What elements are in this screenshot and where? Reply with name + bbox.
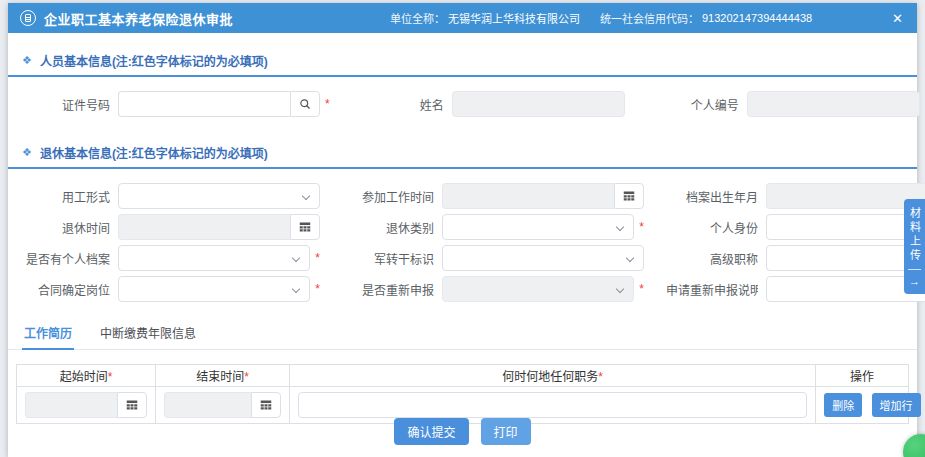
chevron-down-icon bbox=[302, 192, 310, 200]
tab-work-history[interactable]: 工作简历 bbox=[22, 318, 74, 350]
print-button[interactable]: 打印 bbox=[481, 418, 531, 445]
calendar-icon bbox=[126, 399, 138, 411]
military-cadre-flag-select[interactable] bbox=[442, 245, 644, 271]
retire-time-group bbox=[118, 214, 320, 240]
close-icon[interactable]: ✕ bbox=[892, 3, 903, 33]
personal-no-label: 个人编号 bbox=[647, 96, 739, 113]
side-tab-divider bbox=[908, 269, 921, 270]
arrow-right-icon: → bbox=[904, 274, 925, 288]
end-time-header-text: 结束时间 bbox=[196, 370, 244, 384]
document-circle-icon bbox=[20, 10, 36, 26]
start-time-header-text: 起始时间 bbox=[60, 370, 108, 384]
credit-code-value: 913202147394444438 bbox=[702, 12, 812, 24]
archive-birth-label: 档案出生年月 bbox=[666, 188, 758, 205]
add-row-button[interactable]: 增加行 bbox=[872, 393, 921, 417]
col-header-start-time: 起始时间* bbox=[17, 365, 156, 387]
row-end-time-calendar-button[interactable] bbox=[251, 392, 281, 418]
duty-header-text: 何时何地任何职务 bbox=[502, 370, 598, 384]
retire-basic-form: 用工形式 参加工作时间 档案出生年月 bbox=[8, 183, 917, 302]
field-redeclare-note: 申请重新申报说明 bbox=[666, 276, 925, 302]
row-duty-input[interactable] bbox=[298, 392, 807, 418]
duty-required-mark: * bbox=[598, 370, 603, 384]
cert-no-group bbox=[118, 91, 320, 117]
contract-post-label: 合同确定岗位 bbox=[18, 281, 110, 298]
has-personal-archive-label: 是否有个人档案 bbox=[18, 250, 110, 267]
window-title: 企业职工基本养老保险退休审批 bbox=[44, 9, 233, 28]
person-basic-form: 证件号码 * 姓名 个人编号 bbox=[8, 91, 917, 117]
end-time-required-mark: * bbox=[244, 370, 249, 384]
retire-category-select[interactable] bbox=[442, 214, 634, 240]
employment-type-select[interactable] bbox=[118, 183, 320, 209]
col-header-action: 操作 bbox=[816, 365, 909, 387]
redeclare-select bbox=[442, 276, 634, 302]
archive-birth-group bbox=[766, 183, 925, 209]
section-person-title: 人员基本信息(注:红色字体标记的为必填项) bbox=[40, 52, 268, 69]
row-end-time-group bbox=[164, 392, 281, 418]
retire-time-label: 退休时间 bbox=[18, 219, 110, 236]
retire-category-required-mark: * bbox=[639, 220, 644, 234]
unit-info: 单位全称： 无锡华润上华科技有限公司 统一社会信用代码： 91320214739… bbox=[390, 3, 812, 33]
title-bar: 企业职工基本养老保险退休审批 单位全称： 无锡华润上华科技有限公司 统一社会信用… bbox=[8, 3, 917, 33]
col-header-duty: 何时何地任何职务* bbox=[289, 365, 815, 387]
has-personal-archive-select[interactable] bbox=[118, 245, 310, 271]
unit-name-label: 单位全称： bbox=[390, 10, 445, 26]
chevron-down-icon bbox=[292, 254, 300, 262]
join-work-time-group bbox=[442, 183, 644, 209]
calendar-icon bbox=[299, 221, 311, 233]
join-work-time-label: 参加工作时间 bbox=[342, 188, 434, 205]
personal-identity-input[interactable] bbox=[766, 214, 925, 240]
name-input bbox=[452, 91, 625, 117]
retire-time-input bbox=[118, 214, 290, 240]
personal-no-input bbox=[747, 91, 920, 117]
name-label: 姓名 bbox=[352, 96, 444, 113]
field-personal-no: 个人编号 bbox=[647, 91, 920, 117]
field-contract-post: 合同确定岗位 * bbox=[18, 276, 320, 302]
cert-no-input[interactable] bbox=[118, 91, 290, 117]
delete-row-button[interactable]: 删除 bbox=[824, 393, 862, 417]
field-personal-identity: 个人身份 bbox=[666, 214, 925, 240]
field-retire-category: 退休类别 * bbox=[342, 214, 644, 240]
chevron-down-icon bbox=[626, 254, 634, 262]
field-name: 姓名 bbox=[352, 91, 625, 117]
credit-code-label: 统一社会信用代码： bbox=[600, 10, 699, 26]
redeclare-note-label: 申请重新申报说明 bbox=[666, 281, 758, 298]
contract-post-required-mark: * bbox=[315, 282, 320, 296]
redeclare-required-mark: * bbox=[639, 282, 644, 296]
join-work-time-calendar-button[interactable] bbox=[614, 183, 644, 209]
employment-type-label: 用工形式 bbox=[18, 188, 110, 205]
retire-time-calendar-button[interactable] bbox=[290, 214, 320, 240]
row-start-time-input bbox=[25, 392, 117, 418]
action-header-text: 操作 bbox=[850, 370, 874, 384]
redeclare-note-input[interactable] bbox=[766, 276, 925, 302]
senior-title-input[interactable] bbox=[766, 245, 925, 271]
field-cert-no: 证件号码 * bbox=[18, 91, 330, 117]
archive-birth-input bbox=[766, 183, 925, 209]
start-time-required-mark: * bbox=[108, 370, 113, 384]
col-header-end-time: 结束时间* bbox=[156, 365, 290, 387]
unit-name-value: 无锡华润上华科技有限公司 bbox=[448, 10, 580, 26]
field-employment-type: 用工形式 bbox=[18, 183, 320, 209]
field-retire-time: 退休时间 bbox=[18, 214, 320, 240]
join-work-time-input bbox=[442, 183, 614, 209]
military-cadre-flag-label: 军转干标识 bbox=[342, 250, 434, 267]
redeclare-label: 是否重新申报 bbox=[342, 281, 434, 298]
diamond-icon: ❖ bbox=[22, 146, 32, 159]
section-retire-title: 退休基本信息(注:红色字体标记的为必填项) bbox=[40, 144, 268, 161]
search-icon bbox=[299, 98, 311, 110]
calendar-icon bbox=[623, 190, 635, 202]
tab-interrupt-payment-info[interactable]: 中断缴费年限信息 bbox=[98, 318, 198, 349]
confirm-submit-button[interactable]: 确认提交 bbox=[394, 418, 468, 445]
chevron-down-icon bbox=[292, 285, 300, 293]
table-header-row: 起始时间* 结束时间* 何时何地任何职务* 操作 bbox=[17, 365, 909, 387]
section-retire-basic-info: ❖ 退休基本信息(注:红色字体标记的为必填项) bbox=[8, 144, 917, 169]
page: 企业职工基本养老保险退休审批 单位全称： 无锡华润上华科技有限公司 统一社会信用… bbox=[0, 0, 925, 457]
personal-identity-label: 个人身份 bbox=[666, 219, 758, 236]
field-has-personal-archive: 是否有个人档案 * bbox=[18, 245, 320, 271]
material-upload-tab[interactable]: 材料上传 → bbox=[904, 199, 925, 294]
contract-post-select[interactable] bbox=[118, 276, 310, 302]
field-archive-birth: 档案出生年月 bbox=[666, 183, 925, 209]
unit-name-pair: 单位全称： 无锡华润上华科技有限公司 bbox=[390, 10, 580, 26]
calendar-icon bbox=[260, 399, 272, 411]
cert-no-search-button[interactable] bbox=[290, 91, 320, 117]
row-start-time-calendar-button[interactable] bbox=[117, 392, 147, 418]
